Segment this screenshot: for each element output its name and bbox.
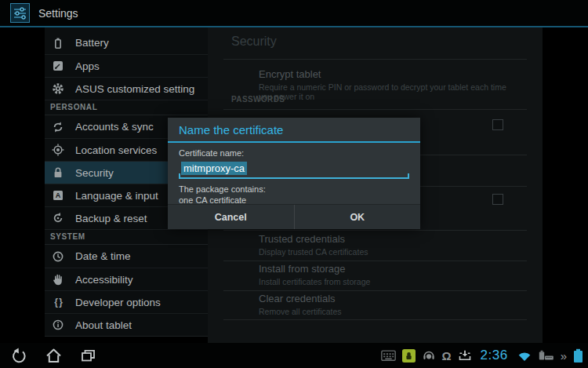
language-icon: A	[51, 188, 65, 202]
system-bar: Ω 2:36 »	[0, 343, 588, 368]
dialog-title: Name the certificate	[168, 118, 420, 141]
sidebar-item-developer-options[interactable]: { } Developer options	[45, 290, 208, 313]
sidebar-item-label: Language & input	[75, 190, 158, 202]
info-icon	[51, 318, 65, 332]
chevrons-icon: »	[561, 350, 567, 362]
content-title: Security	[231, 35, 277, 49]
sidebar-item-label: Accessibility	[75, 274, 133, 286]
install-notification-icon	[458, 349, 472, 362]
row-subtitle: Remove all certificates	[259, 307, 519, 316]
recent-apps-button[interactable]	[79, 347, 97, 365]
sidebar-section-system: SYSTEM	[45, 229, 208, 245]
settings-app-icon	[10, 3, 30, 23]
keyboard-icon	[381, 350, 396, 362]
divider	[223, 230, 527, 231]
dialog-button-bar: Cancel OK	[168, 204, 420, 229]
action-bar: Settings	[0, 0, 588, 27]
divider	[223, 261, 527, 261]
usb-debugging-icon	[402, 349, 416, 363]
divider	[223, 109, 527, 110]
gear-icon	[51, 82, 65, 96]
unchecked-checkbox[interactable]	[492, 194, 503, 205]
dialog-body: Certificate name: mitmproxy-ca The packa…	[168, 143, 420, 206]
row-title: Install from storage	[259, 263, 519, 275]
sidebar-item-label: ASUS customized setting	[75, 83, 194, 95]
sidebar-item-accessibility[interactable]: Accessibility	[45, 268, 208, 290]
clock-time[interactable]: 2:36	[481, 348, 508, 363]
battery-icon	[51, 36, 65, 50]
sidebar-item-apps[interactable]: Apps	[45, 54, 208, 77]
name-certificate-dialog: Name the certificate Certificate name: m…	[168, 118, 420, 229]
sidebar-item-about-tablet[interactable]: About tablet	[45, 313, 208, 336]
sidebar-item-label: Security	[75, 167, 114, 179]
sidebar-item-asus-customized-setting[interactable]: ASUS customized setting	[45, 77, 208, 100]
sidebar-item-label: Developer options	[75, 297, 161, 308]
android-screen: Settings Battery Apps ASUS customized se…	[0, 0, 588, 368]
install-from-storage-row[interactable]: Install from storage Install certificate…	[259, 263, 519, 286]
row-subtitle: Require a numeric PIN or password to dec…	[259, 82, 519, 101]
apps-icon	[51, 59, 65, 73]
row-title: Clear credentials	[259, 293, 519, 304]
navigation-buttons	[10, 343, 97, 368]
home-button[interactable]	[45, 347, 63, 365]
package-contains-label: The package contains:	[179, 184, 409, 195]
dock-battery-icon	[539, 349, 554, 362]
page-title: Settings	[38, 7, 78, 20]
sidebar-item-label: Date & time	[75, 250, 131, 262]
cancel-button[interactable]: Cancel	[168, 205, 294, 229]
battery-status-icon	[573, 348, 583, 363]
sidebar-item-label: Backup & reset	[75, 213, 147, 224]
location-icon	[51, 143, 65, 157]
sidebar-item-label: About tablet	[75, 319, 132, 331]
row-subtitle: Display trusted CA certificates	[259, 247, 519, 257]
sidebar-item-label: Location services	[75, 144, 157, 156]
hand-icon	[51, 272, 65, 286]
sidebar-item-label: Battery	[75, 37, 109, 49]
divider	[223, 319, 527, 320]
ok-button[interactable]: OK	[294, 205, 421, 229]
sync-icon	[51, 120, 65, 134]
row-subtitle: Install certificates from storage	[259, 277, 519, 286]
lock-icon	[51, 166, 65, 180]
clear-credentials-row[interactable]: Clear credentials Remove all certificate…	[259, 293, 519, 316]
row-title: Encrypt tablet	[259, 68, 519, 80]
sidebar-bottom-divider	[45, 336, 208, 337]
unchecked-checkbox[interactable]	[492, 119, 503, 130]
sidebar-section-personal: PERSONAL	[45, 100, 208, 115]
package-contains-text: The package contains: one CA certificate	[179, 184, 409, 206]
headset-icon	[422, 349, 436, 362]
braces-icon: { }	[51, 295, 65, 309]
encrypt-tablet-row[interactable]: Encrypt tablet Require a numeric PIN or …	[259, 68, 519, 101]
back-button[interactable]	[10, 347, 28, 365]
trusted-credentials-row[interactable]: Trusted credentials Display trusted CA c…	[259, 233, 519, 257]
clock-icon	[51, 250, 65, 264]
certificate-name-label: Certificate name:	[179, 148, 409, 158]
divider	[223, 59, 527, 60]
sidebar-item-battery[interactable]: Battery	[45, 31, 208, 54]
certificate-name-input[interactable]: mitmproxy-ca	[179, 161, 409, 179]
backup-icon	[51, 211, 65, 225]
sidebar-item-date-time[interactable]: Date & time	[45, 245, 208, 268]
sidebar-item-label: Accounts & sync	[75, 121, 154, 133]
svg-text:A: A	[56, 191, 61, 199]
divider	[223, 290, 527, 291]
certificate-name-value-selected[interactable]: mitmproxy-ca	[181, 162, 247, 175]
sidebar-item-label: Apps	[75, 60, 100, 72]
status-tray[interactable]: Ω 2:36 »	[381, 343, 583, 368]
row-title: Trusted credentials	[259, 233, 519, 245]
headphones-icon: Ω	[442, 350, 452, 362]
wifi-icon	[517, 350, 532, 362]
passwords-section-header: PASSWORDS	[231, 95, 285, 104]
